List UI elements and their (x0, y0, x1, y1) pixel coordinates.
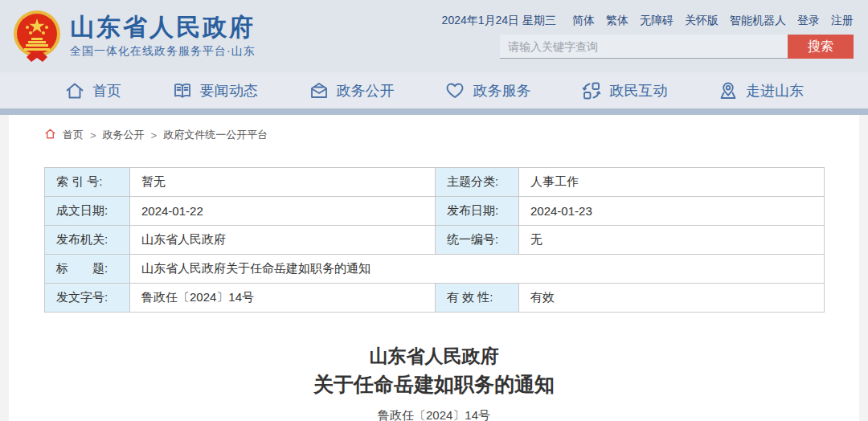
document-title-line2: 关于任命岳建如职务的通知 (44, 370, 824, 399)
link-accessibility[interactable]: 无障碍 (640, 14, 674, 28)
meta-label-unified-number: 统一编号: (436, 226, 519, 255)
meta-label-category: 主题分类: (436, 168, 519, 197)
link-login[interactable]: 登录 (797, 14, 820, 28)
meta-value-doc-number: 鲁政任〔2024〕14号 (130, 284, 436, 313)
nav-item-gov-info[interactable]: 政务公开 (309, 80, 395, 101)
nav-label: 政务公开 (337, 81, 395, 100)
meta-row: 发文字号: 鲁政任〔2024〕14号 有 效 性: 有效 (45, 284, 825, 313)
book-icon (172, 80, 193, 101)
breadcrumb-separator: > (90, 129, 96, 141)
breadcrumb-home-icon[interactable] (44, 128, 56, 142)
link-care-version[interactable]: 关怀版 (685, 14, 719, 28)
meta-row: 成文日期: 2024-01-22 发布日期: 2024-01-23 (45, 197, 825, 226)
search-button[interactable]: 搜索 (788, 35, 854, 59)
link-simplified[interactable]: 简体 (572, 14, 595, 28)
site-header: 山东省人民政府 全国一体化在线政务服务平台·山东 2024年1月24日 星期三 … (0, 0, 868, 72)
site-brand[interactable]: 山东省人民政府 全国一体化在线政务服务平台·山东 (12, 9, 256, 63)
meta-label-written-date: 成文日期: (45, 197, 130, 226)
current-date: 2024年1月24日 星期三 (442, 14, 556, 28)
meta-value-issuing-agency: 山东省人民政府 (130, 226, 436, 255)
document-meta-table: 索 引 号: 暂无 主题分类: 人事工作 成文日期: 2024-01-22 发布… (44, 167, 825, 313)
meta-value-index: 暂无 (130, 168, 436, 197)
page: 山东省人民政府 全国一体化在线政务服务平台·山东 2024年1月24日 星期三 … (0, 0, 868, 421)
header-right: 2024年1月24日 星期三 简体 繁体 无障碍 关怀版 智能机器人 登录 注册… (442, 14, 854, 59)
nav-label: 政民互动 (609, 81, 667, 100)
site-title: 山东省人民政府 (70, 14, 256, 41)
home-icon (64, 80, 85, 101)
meta-value-category: 人事工作 (519, 168, 825, 197)
heart-icon (444, 80, 465, 101)
link-smart-robot[interactable]: 智能机器人 (730, 14, 786, 28)
link-register[interactable]: 注册 (831, 14, 854, 28)
divider-strip (0, 108, 868, 115)
search-bar: 搜索 (500, 35, 854, 59)
breadcrumb-item-gov-info[interactable]: 政务公开 (103, 128, 145, 142)
nav-item-home[interactable]: 首页 (64, 80, 121, 101)
meta-label-doc-number: 发文字号: (45, 284, 130, 313)
map-pin-icon (718, 80, 739, 101)
meta-label-title: 标 题: (45, 255, 130, 284)
meta-row: 标 题: 山东省人民政府关于任命岳建如职务的通知 (45, 255, 825, 284)
interaction-icon (581, 80, 602, 101)
meta-label-issuing-agency: 发布机关: (45, 226, 130, 255)
meta-value-publish-date: 2024-01-23 (519, 197, 825, 226)
meta-row: 索 引 号: 暂无 主题分类: 人事工作 (45, 168, 825, 197)
breadcrumb-item-home[interactable]: 首页 (63, 128, 84, 142)
breadcrumb-item-platform[interactable]: 政府文件统一公开平台 (163, 128, 268, 142)
nav-item-gov-services[interactable]: 政务服务 (444, 80, 530, 101)
brand-text: 山东省人民政府 全国一体化在线政务服务平台·山东 (70, 14, 256, 59)
main-nav: 首页 要闻动态 政务公开 (0, 72, 868, 108)
link-traditional[interactable]: 繁体 (606, 14, 628, 28)
nav-item-interaction[interactable]: 政民互动 (581, 80, 667, 101)
breadcrumb-separator: > (151, 129, 158, 141)
breadcrumb: 首页 > 政务公开 > 政府文件统一公开平台 (44, 128, 824, 142)
nav-item-into-shandong[interactable]: 走进山东 (718, 80, 804, 101)
national-emblem-logo (12, 9, 62, 63)
document-number: 鲁政任〔2024〕14号 (44, 408, 824, 421)
mail-icon (309, 80, 330, 101)
top-links: 2024年1月24日 星期三 简体 繁体 无障碍 关怀版 智能机器人 登录 注册 (442, 14, 854, 28)
meta-value-validity: 有效 (519, 284, 825, 313)
meta-label-validity: 有 效 性: (436, 284, 519, 313)
site-subtitle: 全国一体化在线政务服务平台·山东 (70, 44, 256, 59)
meta-row: 发布机关: 山东省人民政府 统一编号: 无 (45, 226, 825, 255)
nav-label: 政务服务 (473, 81, 530, 100)
content-area: 首页 > 政务公开 > 政府文件统一公开平台 索 引 号: 暂无 主题分类: 人… (9, 115, 859, 421)
meta-value-unified-number: 无 (519, 226, 825, 255)
meta-label-index: 索 引 号: (45, 168, 130, 197)
nav-label: 首页 (92, 81, 121, 100)
nav-item-news[interactable]: 要闻动态 (172, 80, 258, 101)
document-header: 山东省人民政府 关于任命岳建如职务的通知 鲁政任〔2024〕14号 (44, 344, 824, 421)
document-title-line1: 山东省人民政府 (44, 344, 824, 368)
nav-label: 走进山东 (746, 81, 804, 100)
nav-label: 要闻动态 (200, 81, 258, 100)
meta-value-written-date: 2024-01-22 (130, 197, 436, 226)
search-input[interactable] (500, 35, 788, 59)
meta-value-title: 山东省人民政府关于任命岳建如职务的通知 (130, 255, 825, 284)
meta-label-publish-date: 发布日期: (436, 197, 519, 226)
